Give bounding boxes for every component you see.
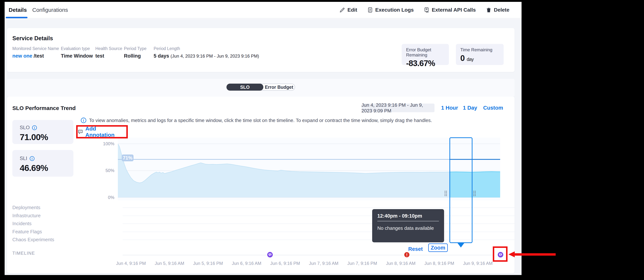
row-label-deployments: Deployments [12,205,40,210]
time-window-selection[interactable] [450,137,472,243]
trend-title: SLO Performance Trend [12,105,76,111]
slo-trend-chart[interactable] [118,138,500,200]
xtick: Jun 5, 9:16 PM [192,261,225,266]
xtick: Jun 4, 9:16 PM [114,261,148,266]
zoom-button[interactable]: Zoom [428,243,448,252]
timeline-label: TIMELINE [12,251,35,256]
field-health-source: Health Source test [95,46,122,59]
xtick: Jun 6, 9:16 PM [268,261,302,266]
annotation-marker-icon[interactable] [498,252,504,258]
trash-icon [486,7,492,13]
error-budget-remaining-box: Error Budget Remaining -83.67% [402,44,449,65]
error-marker-icon[interactable] [404,252,410,258]
xtick: Jun 5, 9:16 AM [153,261,186,266]
active-tab-underline [6,17,28,18]
slo-performance-trend-card: SLO Performance Trend Jun 4, 2023 9:16 P… [7,97,514,273]
timeline-axis[interactable] [123,255,516,255]
view-toggle-panel: SLO Error Budget [7,79,514,97]
time-remaining-box: Time Remaining 0 day [456,44,504,65]
range-1-day[interactable]: 1 Day [463,104,477,112]
xtick: Jun 7, 9:16 PM [346,261,379,266]
xtick: Jun 7, 9:16 AM [307,261,340,266]
info-icon[interactable] [30,156,35,161]
svg-text:API: API [426,11,428,13]
range-1-hour[interactable]: 1 Hour [441,104,458,112]
tab-configurations[interactable]: Configurations [32,2,68,18]
service-details-card: Service Details Monitored Service Name n… [7,28,514,72]
row-label-infrastructure: Infrastructure [12,213,40,218]
slo-errorbudget-toggle: SLO Error Budget [226,84,295,91]
add-annotation-button[interactable]: Add Annotation [86,126,126,138]
row-label-chaos-experiments: Chaos Experiments [12,237,54,242]
sli-stat-card: SLI 46.69% [12,150,74,177]
ytick-100: 100% [94,141,114,146]
xtick: Jun 6, 9:16 AM [230,261,263,266]
service-details-title: Service Details [12,35,53,42]
execution-logs-button[interactable]: Execution Logs [367,7,414,13]
xtick: Jun 8, 9:16 PM [423,261,456,266]
slo-value: 71.00% [20,132,74,142]
delete-button[interactable]: Delete [486,7,509,13]
selection-right-handle[interactable] [473,190,476,197]
document-icon [367,7,373,13]
external-api-calls-button[interactable]: API External API Calls [424,7,476,13]
field-evaluation-type: Evaluation type Time Window [61,46,93,59]
slo-stat-card: SLO 71.00% [12,120,74,144]
field-monitored-service: Monitored Service Name new one /test [12,46,59,59]
info-icon[interactable] [80,117,86,123]
tab-bar: Details Configurations Edit Execution Lo… [4,2,522,19]
reset-button[interactable]: Reset [404,246,428,252]
selection-left-handle[interactable] [444,190,447,197]
date-range-display[interactable]: Jun 4, 2023 9:16 PM - Jun 9, 2023 9:09 P… [362,104,434,112]
toggle-slo[interactable]: SLO [226,84,263,91]
sli-value: 46.69% [20,163,74,173]
red-arrow-shaft [514,253,556,256]
app-window: Details Configurations Edit Execution Lo… [4,2,522,275]
field-period-length: Period Length 5 days (Jun 4, 2023 9:16 P… [154,46,259,59]
annotation-marker-icon[interactable] [267,252,273,258]
time-remaining-value: 0 day [460,54,499,63]
row-label-incidents: Incidents [12,221,32,226]
timeslot-tooltip: 12:40pm - 09:10pm No changes data availa… [372,209,444,242]
monitored-service-link[interactable]: new one [12,53,32,59]
range-custom[interactable]: Custom [483,104,503,112]
red-arrow-icon [508,251,515,257]
add-annotation-highlight-box: Add Annotation [76,125,128,138]
selection-pointer [458,243,464,247]
slo-target-badge: 71% [122,154,134,161]
ytick-50: 50% [94,168,114,173]
field-period-type: Period Type Rolling [124,46,146,59]
row-label-feature-flags: Feature Flags [12,229,42,235]
api-document-icon: API [424,7,430,13]
edit-button[interactable]: Edit [339,7,357,13]
tab-details[interactable]: Details [9,2,27,18]
xtick: Jun 9, 9:16 AM [461,261,494,266]
pencil-icon [339,7,345,13]
info-icon[interactable] [32,125,37,130]
ytick-0: 0% [94,195,114,200]
annotation-bubble-icon [78,129,83,135]
toggle-error-budget[interactable]: Error Budget [263,84,295,90]
error-budget-remaining-value: -83.67% [406,59,444,68]
xtick: Jun 8, 9:16 AM [384,261,417,266]
timeline-info-banner: To view anomalies, metrics and logs for … [80,117,432,123]
header-actions: Edit Execution Logs API External API Cal… [339,2,509,18]
